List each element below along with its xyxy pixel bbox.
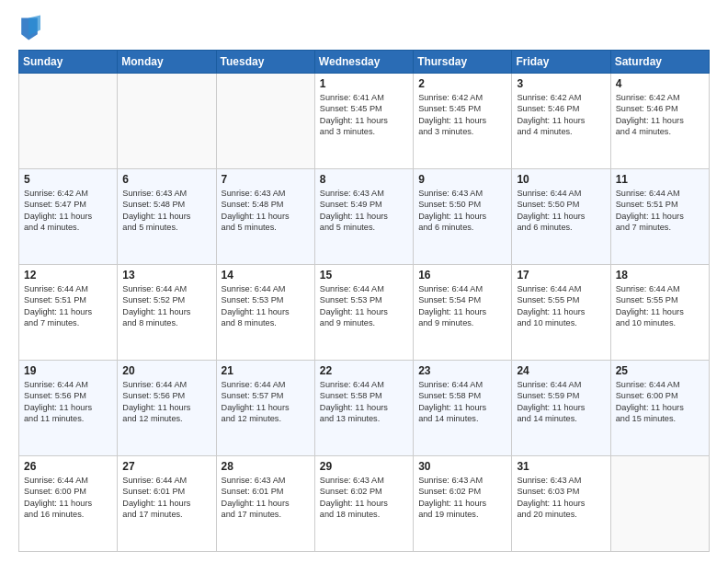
cell-line: Sunset: 5:51 PM (24, 294, 112, 305)
cell-line: Daylight: 11 hours (616, 115, 704, 126)
cell-line: Sunset: 6:02 PM (320, 486, 408, 497)
calendar-cell: 4Sunrise: 6:42 AMSunset: 5:46 PMDaylight… (610, 74, 709, 169)
calendar-week-row: 19Sunrise: 6:44 AMSunset: 5:56 PMDayligh… (19, 361, 710, 456)
calendar-cell: 30Sunrise: 6:43 AMSunset: 6:02 PMDayligh… (414, 456, 512, 552)
cell-line: Daylight: 11 hours (222, 498, 310, 509)
logo (18, 15, 44, 40)
calendar-day-header: Sunday (19, 51, 118, 74)
cell-line: Sunset: 5:46 PM (616, 103, 704, 114)
cell-line: and 18 minutes. (320, 509, 408, 520)
calendar-week-row: 5Sunrise: 6:42 AMSunset: 5:47 PMDaylight… (19, 169, 710, 265)
cell-line: Daylight: 11 hours (24, 211, 112, 222)
cell-line: Sunset: 5:58 PM (320, 390, 408, 401)
cell-line: and 6 minutes. (418, 222, 506, 233)
cell-line: Sunrise: 6:44 AM (616, 379, 704, 390)
cell-line: Sunset: 5:50 PM (517, 199, 605, 210)
cell-line: Sunrise: 6:44 AM (222, 283, 310, 294)
calendar-cell: 8Sunrise: 6:43 AMSunset: 5:49 PMDaylight… (314, 169, 413, 265)
cell-line: Sunset: 5:57 PM (222, 390, 310, 401)
cell-line: and 9 minutes. (320, 317, 408, 328)
day-number: 29 (320, 460, 408, 473)
cell-line: Daylight: 11 hours (24, 498, 112, 509)
cell-line: Sunrise: 6:44 AM (517, 379, 605, 390)
cell-line: and 15 minutes. (616, 413, 704, 424)
cell-line: Sunset: 5:45 PM (320, 103, 408, 114)
cell-line: Daylight: 11 hours (418, 402, 506, 413)
calendar-cell: 20Sunrise: 6:44 AMSunset: 5:56 PMDayligh… (118, 361, 216, 456)
calendar-cell: 6Sunrise: 6:43 AMSunset: 5:48 PMDaylight… (118, 169, 216, 265)
calendar-header-row: SundayMondayTuesdayWednesdayThursdayFrid… (19, 51, 710, 74)
cell-line: Daylight: 11 hours (418, 115, 506, 126)
cell-line: Sunrise: 6:43 AM (320, 188, 408, 199)
cell-line: Sunset: 6:01 PM (222, 486, 310, 497)
day-number: 20 (122, 364, 210, 377)
calendar-day-header: Wednesday (314, 51, 413, 74)
calendar-cell: 19Sunrise: 6:44 AMSunset: 5:56 PMDayligh… (19, 361, 118, 456)
cell-line: Sunset: 5:45 PM (418, 103, 506, 114)
cell-line: Sunrise: 6:42 AM (616, 92, 704, 103)
cell-line: and 10 minutes. (616, 317, 704, 328)
calendar-cell: 11Sunrise: 6:44 AMSunset: 5:51 PMDayligh… (610, 169, 709, 265)
cell-line: Daylight: 11 hours (320, 498, 408, 509)
cell-line: Sunrise: 6:44 AM (122, 379, 210, 390)
day-number: 28 (222, 460, 310, 473)
calendar-day-header: Friday (512, 51, 610, 74)
cell-line: Daylight: 11 hours (24, 306, 112, 317)
cell-line: Sunset: 5:59 PM (517, 390, 605, 401)
cell-line: and 4 minutes. (616, 126, 704, 137)
cell-line: Sunrise: 6:44 AM (122, 475, 210, 486)
cell-line: Sunrise: 6:44 AM (222, 379, 310, 390)
cell-line: Sunset: 5:49 PM (320, 199, 408, 210)
day-number: 11 (616, 173, 704, 186)
cell-line: Sunset: 6:02 PM (418, 486, 506, 497)
calendar-day-header: Thursday (414, 51, 512, 74)
calendar-week-row: 1Sunrise: 6:41 AMSunset: 5:45 PMDaylight… (19, 74, 710, 169)
day-number: 19 (24, 364, 112, 377)
day-number: 13 (122, 269, 210, 282)
cell-line: Sunrise: 6:44 AM (24, 475, 112, 486)
calendar-cell: 15Sunrise: 6:44 AMSunset: 5:53 PMDayligh… (314, 265, 413, 361)
calendar-cell: 27Sunrise: 6:44 AMSunset: 6:01 PMDayligh… (118, 456, 216, 552)
calendar-day-header: Tuesday (216, 51, 314, 74)
cell-line: Sunset: 6:00 PM (24, 486, 112, 497)
calendar-cell: 31Sunrise: 6:43 AMSunset: 6:03 PMDayligh… (512, 456, 610, 552)
calendar-cell: 13Sunrise: 6:44 AMSunset: 5:52 PMDayligh… (118, 265, 216, 361)
cell-line: Sunset: 5:55 PM (616, 294, 704, 305)
calendar-cell (216, 74, 314, 169)
cell-line: Daylight: 11 hours (222, 402, 310, 413)
day-number: 3 (517, 77, 605, 90)
day-number: 8 (320, 173, 408, 186)
cell-line: Sunset: 5:48 PM (222, 199, 310, 210)
cell-line: Sunrise: 6:44 AM (24, 379, 112, 390)
page: SundayMondayTuesdayWednesdayThursdayFrid… (0, 0, 728, 563)
cell-line: Daylight: 11 hours (222, 306, 310, 317)
day-number: 4 (616, 77, 704, 90)
cell-line: Daylight: 11 hours (320, 306, 408, 317)
cell-line: Daylight: 11 hours (122, 211, 210, 222)
calendar-cell: 1Sunrise: 6:41 AMSunset: 5:45 PMDaylight… (314, 74, 413, 169)
cell-line: Daylight: 11 hours (517, 498, 605, 509)
calendar-day-header: Monday (118, 51, 216, 74)
calendar-cell: 26Sunrise: 6:44 AMSunset: 6:00 PMDayligh… (19, 456, 118, 552)
calendar-cell: 16Sunrise: 6:44 AMSunset: 5:54 PMDayligh… (414, 265, 512, 361)
calendar-cell: 2Sunrise: 6:42 AMSunset: 5:45 PMDaylight… (414, 74, 512, 169)
calendar-week-row: 26Sunrise: 6:44 AMSunset: 6:00 PMDayligh… (19, 456, 710, 552)
cell-line: Sunrise: 6:44 AM (320, 379, 408, 390)
cell-line: Daylight: 11 hours (24, 402, 112, 413)
day-number: 7 (222, 173, 310, 186)
cell-line: Sunrise: 6:43 AM (517, 475, 605, 486)
calendar-cell: 23Sunrise: 6:44 AMSunset: 5:58 PMDayligh… (414, 361, 512, 456)
cell-line: and 4 minutes. (517, 126, 605, 137)
day-number: 26 (24, 460, 112, 473)
cell-line: and 7 minutes. (616, 222, 704, 233)
cell-line: and 14 minutes. (517, 413, 605, 424)
day-number: 18 (616, 269, 704, 282)
cell-line: Sunrise: 6:44 AM (320, 283, 408, 294)
calendar-cell: 22Sunrise: 6:44 AMSunset: 5:58 PMDayligh… (314, 361, 413, 456)
cell-line: Sunset: 6:01 PM (122, 486, 210, 497)
day-number: 10 (517, 173, 605, 186)
day-number: 12 (24, 269, 112, 282)
day-number: 17 (517, 269, 605, 282)
cell-line: Daylight: 11 hours (517, 306, 605, 317)
day-number: 9 (418, 173, 506, 186)
